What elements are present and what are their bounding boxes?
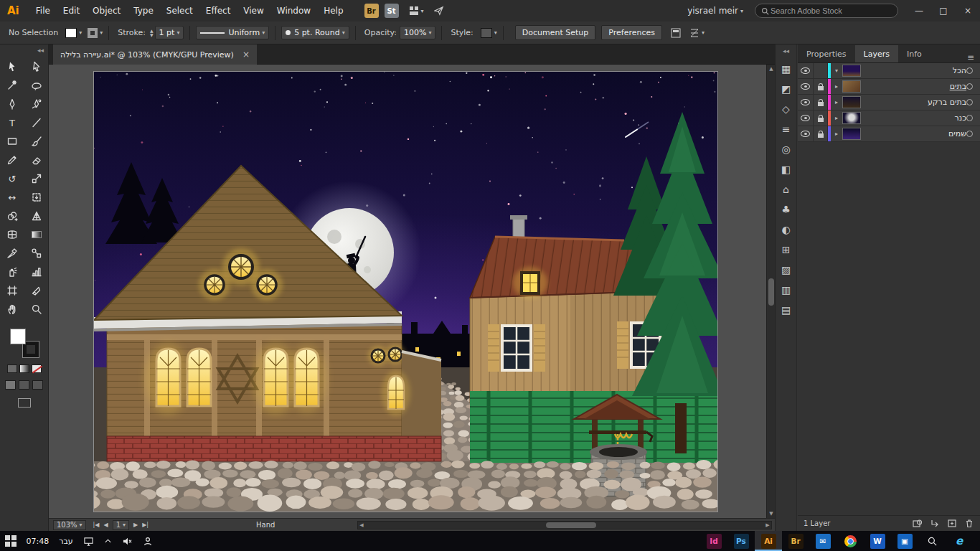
volume-muted-icon[interactable] — [117, 531, 138, 551]
layer-target-circle[interactable] — [966, 131, 973, 137]
visibility-eye-icon[interactable] — [801, 115, 810, 121]
caret-icon[interactable]: ▾ — [494, 29, 497, 36]
selection-tool[interactable] — [3, 59, 22, 75]
brushes-icon[interactable]: ◐ — [778, 221, 795, 238]
previous-artboard-button[interactable]: ◀ — [103, 522, 108, 528]
menu-window[interactable]: Window — [270, 0, 317, 22]
menu-select[interactable]: Select — [160, 0, 199, 22]
vertical-scrollbar[interactable]: ▲ ▼ — [766, 65, 775, 518]
new-sublayer-icon[interactable] — [930, 519, 940, 528]
stroke-weight-stepper[interactable]: ▲▼ — [150, 29, 154, 37]
asset-export-icon[interactable]: ▥ — [778, 281, 795, 298]
lock-icon[interactable] — [818, 118, 824, 122]
menu-file[interactable]: File — [29, 0, 57, 22]
gradient-tool[interactable] — [27, 227, 46, 242]
caret-icon[interactable]: ▾ — [79, 29, 82, 36]
visibility-eye-icon[interactable] — [801, 99, 810, 105]
transform-icon[interactable]: ⊞ — [778, 241, 795, 258]
taskbar-edge[interactable]: e — [946, 531, 973, 551]
taskbar-photoshop[interactable]: Ps — [727, 531, 755, 551]
scale-tool[interactable] — [27, 171, 46, 187]
menu-effect[interactable]: Effect — [199, 0, 237, 22]
arrange-documents-icon[interactable] — [671, 28, 681, 38]
layer-chevron[interactable]: ▾ — [831, 67, 842, 74]
adobe-stock-search[interactable] — [755, 4, 898, 18]
gradient-button[interactable] — [19, 364, 29, 373]
lock-icon[interactable] — [818, 133, 824, 138]
clock[interactable]: 07:48 — [22, 531, 55, 551]
layer-row[interactable]: ▸ בתים ברקע — [798, 95, 980, 110]
draw-inside-button[interactable] — [32, 380, 43, 390]
zoom-level-select[interactable]: 103%▾ — [53, 520, 86, 530]
layer-chevron[interactable]: ▸ — [831, 115, 842, 121]
new-layer-icon[interactable] — [947, 519, 957, 528]
swatches-icon[interactable]: ▦ — [778, 60, 795, 77]
width-tool[interactable]: ↔ — [3, 189, 22, 205]
menu-edit[interactable]: Edit — [57, 0, 86, 22]
taskbar-indesign[interactable]: Id — [700, 531, 727, 551]
layer-name[interactable]: בתים ברקע — [865, 98, 966, 107]
gradient-icon[interactable]: ◧ — [778, 161, 795, 178]
preferences-button[interactable]: Preferences — [601, 25, 662, 40]
caret-icon[interactable]: ▾ — [100, 29, 103, 36]
layer-row[interactable]: ▸ שמים — [798, 126, 980, 142]
taskbar-mail[interactable]: ✉ — [809, 531, 837, 551]
workspace-switcher-icon[interactable]: ▾ — [409, 6, 424, 16]
layer-chevron[interactable]: ▸ — [831, 83, 842, 90]
none-button[interactable] — [32, 364, 42, 373]
layer-name[interactable]: בתים — [865, 82, 966, 91]
visibility-eye-icon[interactable] — [801, 67, 810, 74]
opacity-field[interactable]: 100%▾ — [400, 26, 435, 39]
zoom-tool[interactable] — [27, 301, 46, 317]
layer-name[interactable]: כנר — [865, 113, 966, 123]
slice-tool[interactable] — [27, 283, 46, 298]
collapse-panel-icon[interactable]: ◂◂ — [0, 44, 48, 55]
close-button[interactable]: × — [956, 0, 980, 22]
menu-view[interactable]: View — [237, 0, 270, 22]
minimize-button[interactable]: — — [907, 0, 931, 22]
tab-layers[interactable]: Layers — [855, 45, 898, 62]
lock-icon[interactable] — [818, 102, 824, 106]
tab-properties[interactable]: Properties — [798, 45, 855, 62]
layer-target-circle[interactable] — [966, 99, 973, 105]
type-tool[interactable]: T — [3, 115, 22, 131]
hand-tool[interactable] — [3, 301, 22, 317]
share-icon[interactable] — [434, 6, 444, 16]
layer-target-circle[interactable] — [966, 83, 973, 90]
layer-thumbnail[interactable] — [842, 65, 861, 77]
snap-options-icon[interactable]: ▾ — [689, 28, 705, 38]
transparency-icon[interactable]: ▨ — [778, 261, 795, 278]
taskbar-word[interactable]: W — [864, 531, 891, 551]
user-account[interactable]: yisrael meir▾ — [687, 6, 743, 16]
menu-type[interactable]: Type — [127, 0, 160, 22]
color-icon[interactable]: ◩ — [778, 80, 795, 98]
layer-name[interactable]: שמים — [865, 129, 966, 138]
color-button[interactable] — [7, 364, 17, 373]
horizontal-scroll-thumb[interactable] — [546, 522, 596, 528]
visibility-eye-icon[interactable] — [801, 131, 810, 137]
stroke-weight-field[interactable]: 1 pt▾ — [155, 26, 184, 39]
lasso-tool[interactable] — [27, 77, 46, 93]
rotate-tool[interactable]: ↺ — [3, 171, 22, 187]
canvas-pasteboard[interactable] — [49, 65, 766, 518]
artboard-number-field[interactable]: 1▾ — [113, 520, 129, 530]
make-clipping-mask-icon[interactable] — [913, 519, 923, 528]
screen-mode-button[interactable] — [18, 398, 31, 408]
pencil-tool[interactable] — [3, 152, 22, 168]
visibility-eye-icon[interactable] — [801, 83, 810, 90]
layer-chevron[interactable]: ▸ — [831, 99, 842, 105]
eraser-tool[interactable] — [27, 152, 46, 168]
layer-target-circle[interactable] — [966, 67, 973, 74]
layer-target-circle[interactable] — [966, 115, 973, 121]
artboard-tool[interactable] — [3, 283, 22, 298]
column-graph-tool[interactable] — [27, 264, 46, 280]
network-icon[interactable] — [78, 531, 99, 551]
layer-row[interactable]: ▾ הכל — [798, 63, 980, 79]
lock-icon[interactable] — [818, 86, 824, 90]
fill-swatch[interactable] — [10, 329, 26, 344]
style-swatch[interactable] — [481, 28, 492, 38]
pen-tool[interactable] — [3, 96, 22, 112]
layer-chevron[interactable]: ▸ — [831, 131, 842, 137]
taskbar-chrome[interactable] — [837, 531, 864, 551]
maximize-button[interactable]: □ — [931, 0, 956, 22]
